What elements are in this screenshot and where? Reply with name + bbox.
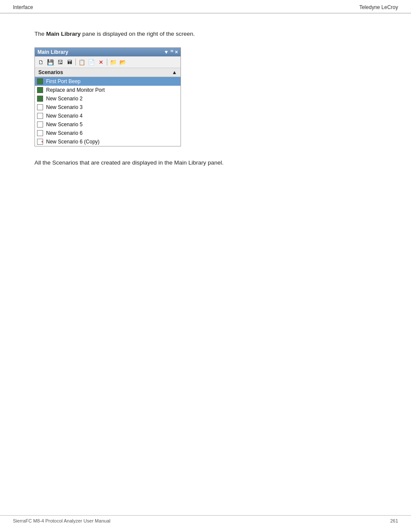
scenario-label: New Scenario 3: [46, 104, 83, 110]
close-icon[interactable]: ×: [175, 49, 178, 55]
footer-left: SierraFC M8-4 Protocol Analyzer User Man…: [13, 518, 110, 523]
toolbar-save-btn[interactable]: 💾: [46, 58, 55, 66]
intro-text-part1: The: [34, 31, 46, 37]
toolbar-delete-btn[interactable]: ✕: [97, 58, 105, 66]
toolbar-separator-1: [75, 59, 76, 65]
main-library-panel: Main Library ▼ ᴴ × 🗋 💾 🖫 🖬 📋 📄 ✕ 📁 📂 Sce…: [34, 47, 181, 146]
page-header: Interface Teledyne LeCroy: [0, 0, 411, 13]
scenario-icon: [37, 112, 44, 119]
toolbar-export-btn[interactable]: 📂: [118, 58, 127, 66]
dock-icon[interactable]: ᴴ: [171, 49, 173, 55]
footer-right: 261: [390, 518, 398, 523]
scenario-label: New Scenario 5: [46, 121, 83, 128]
intro-text-bold: Main Library: [46, 31, 81, 37]
column-header-label: Scenarios: [38, 69, 63, 75]
scenario-item[interactable]: New Scenario 2: [35, 94, 181, 103]
scenario-icon: [37, 95, 44, 102]
scenario-label: First Port Beep: [46, 78, 81, 84]
scenario-icon: [37, 130, 44, 137]
page-footer: SierraFC M8-4 Protocol Analyzer User Man…: [0, 515, 411, 523]
scenario-item[interactable]: New Scenario 6: [35, 129, 181, 137]
toolbar-import-btn[interactable]: 📁: [109, 58, 118, 66]
scenario-item[interactable]: New Scenario 5: [35, 120, 181, 129]
scenario-icon: [37, 104, 44, 111]
scenario-item[interactable]: Replace and Monitor Port: [35, 86, 181, 94]
toolbar-copy-btn[interactable]: 📋: [78, 58, 86, 66]
scenario-label: New Scenario 2: [46, 96, 83, 102]
outro-paragraph: All the Scenarios that are created are d…: [34, 159, 377, 166]
page-content: The Main Library pane is displayed on th…: [0, 13, 411, 183]
scenario-icon: [37, 78, 44, 85]
scenario-item[interactable]: New Scenario 4: [35, 112, 181, 120]
header-right: Teledyne LeCroy: [359, 4, 398, 10]
scroll-indicator: ▲: [172, 69, 177, 75]
scenario-item[interactable]: First Port Beep: [35, 77, 181, 86]
scenario-label: New Scenario 6 (Copy): [46, 139, 100, 145]
scenario-label: New Scenario 6: [46, 130, 83, 136]
intro-text-part2: pane is displayed on the right of the sc…: [81, 31, 195, 37]
panel-controls: ▼ ᴴ ×: [164, 49, 178, 55]
toolbar-new-btn[interactable]: 🗋: [37, 58, 45, 66]
scenario-item[interactable]: New Scenario 6 (Copy): [35, 137, 181, 146]
pin-icon[interactable]: ▼: [164, 49, 169, 55]
scenario-icon: [37, 87, 44, 93]
toolbar-paste-btn[interactable]: 📄: [87, 58, 96, 66]
scenario-label: New Scenario 4: [46, 113, 83, 119]
header-left: Interface: [13, 4, 33, 10]
scenario-label: Replace and Monitor Port: [46, 87, 105, 93]
toolbar-separator-2: [107, 59, 107, 65]
scenario-icon: [37, 138, 44, 145]
scenario-item[interactable]: New Scenario 3: [35, 103, 181, 112]
toolbar-save-all-btn[interactable]: 🖫: [56, 58, 64, 66]
scenario-list: First Port BeepReplace and Monitor PortN…: [35, 77, 181, 146]
intro-paragraph: The Main Library pane is displayed on th…: [34, 31, 377, 37]
panel-title: Main Library: [37, 49, 68, 55]
panel-column-header: Scenarios ▲: [35, 68, 181, 77]
scenario-icon: [37, 121, 44, 128]
toolbar-save2-btn[interactable]: 🖬: [65, 58, 74, 66]
panel-titlebar: Main Library ▼ ᴴ ×: [35, 48, 181, 56]
panel-toolbar: 🗋 💾 🖫 🖬 📋 📄 ✕ 📁 📂: [35, 56, 181, 68]
